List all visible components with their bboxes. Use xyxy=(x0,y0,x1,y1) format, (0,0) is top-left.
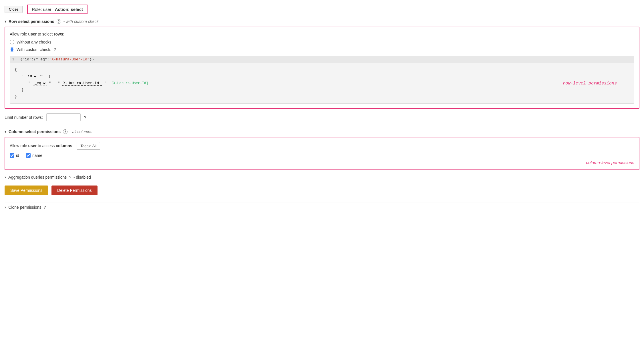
aggregation-help-icon[interactable]: ? xyxy=(69,175,71,179)
radio-custom-input[interactable] xyxy=(10,47,14,52)
code-raw-line: {"id":{"_eq":"X-Hasura-User-Id"}} xyxy=(20,57,94,62)
aggregation-subtitle: - disabled xyxy=(73,175,91,179)
column-name-label: name xyxy=(32,153,42,158)
column-allow-text: Allow role user to access columns: Toggl… xyxy=(10,142,634,150)
radio-without-checks[interactable]: Without any checks xyxy=(10,40,634,44)
clone-chevron[interactable]: › xyxy=(5,205,6,210)
column-name-item[interactable]: name xyxy=(26,153,42,158)
row-radio-group: Without any checks With custom check: ? xyxy=(10,40,634,52)
column-permissions-subtitle: - all columns xyxy=(70,129,92,134)
code-field-row: " id ": { xyxy=(15,73,629,80)
header-bar: Close Role: user Action: select xyxy=(5,5,639,14)
limit-help-icon[interactable]: ? xyxy=(84,115,86,120)
code-close-inner: } xyxy=(15,86,629,93)
column-permissions-section-header: ▾ Column select permissions ? - all colu… xyxy=(5,129,639,134)
aggregation-chevron[interactable]: › xyxy=(5,175,6,180)
close-button[interactable]: Close xyxy=(5,6,23,13)
line-number: 1 xyxy=(12,58,17,62)
aggregation-title: Aggregation queries permissions xyxy=(8,175,67,179)
role-label: Role: user xyxy=(32,7,51,12)
column-id-item[interactable]: id xyxy=(10,153,19,158)
save-permissions-button[interactable]: Save Permissions xyxy=(5,186,48,195)
row-permissions-section-header: ▾ Row select permissions ? - with custom… xyxy=(5,19,639,24)
divider-1 xyxy=(5,126,639,126)
limit-input[interactable] xyxy=(46,113,81,121)
session-var-label: [X-Hasura-User-Id] xyxy=(111,81,148,85)
clone-help-icon[interactable]: ? xyxy=(44,205,46,210)
radio-custom-label: With custom check: xyxy=(17,47,51,52)
code-open-brace: { xyxy=(15,66,629,73)
toggle-all-button[interactable]: Toggle All xyxy=(77,142,100,150)
column-permissions-help-icon[interactable]: ? xyxy=(63,129,67,134)
op-select[interactable]: _eq xyxy=(33,81,47,86)
column-permissions-box: Allow role user to access columns: Toggl… xyxy=(5,137,639,170)
code-visual-wrapper: { " id ": { " _eq ": " " [X-Hasura-User-… xyxy=(10,63,634,103)
column-name-checkbox[interactable] xyxy=(26,153,31,158)
row-permissions-title: Row select permissions xyxy=(9,19,54,24)
code-editor: 1 {"id":{"_eq":"X-Hasura-User-Id"}} { " … xyxy=(10,56,634,104)
column-allow-role: user xyxy=(28,143,37,148)
clone-title: Clone permissions xyxy=(8,205,41,210)
column-id-checkbox[interactable] xyxy=(10,153,14,158)
row-permissions-box: Allow role user to select rows: Without … xyxy=(5,27,639,109)
limit-label: Limit number of rows: xyxy=(5,115,43,120)
radio-without-input[interactable] xyxy=(10,40,14,44)
column-level-permissions-label: column-level permissions xyxy=(10,160,634,165)
row-allow-role: user xyxy=(28,32,37,36)
code-visual-area: { " id ": { " _eq ": " " [X-Hasura-User-… xyxy=(10,63,634,103)
divider-2 xyxy=(5,202,639,202)
action-buttons: Save Permissions Delete Permissions xyxy=(5,186,639,195)
column-allow-target: columns xyxy=(56,143,72,148)
code-op-row: " _eq ": " " [X-Hasura-User-Id] xyxy=(15,80,629,87)
code-line-bar: 1 {"id":{"_eq":"X-Hasura-User-Id"}} xyxy=(10,56,634,63)
code-string-val: "X-Hasura-User-Id" xyxy=(49,57,89,62)
row-allow-target: rows xyxy=(54,32,63,36)
row-permissions-help-icon[interactable]: ? xyxy=(57,19,61,24)
row-permissions-chevron[interactable]: ▾ xyxy=(5,19,6,23)
radio-without-label: Without any checks xyxy=(17,40,51,44)
action-label: Action: select xyxy=(55,7,83,12)
row-permissions-subtitle: - with custom check xyxy=(63,19,99,24)
clone-section: › Clone permissions ? xyxy=(5,205,639,210)
aggregation-section: › Aggregation queries permissions ? - di… xyxy=(5,175,639,180)
row-allow-text: Allow role user to select rows: xyxy=(10,32,634,36)
field-select[interactable]: id xyxy=(26,74,37,79)
custom-check-help-icon[interactable]: ? xyxy=(53,47,56,52)
radio-with-custom[interactable]: With custom check: ? xyxy=(10,47,634,52)
value-input[interactable] xyxy=(62,81,102,86)
limit-row-section: Limit number of rows: ? xyxy=(5,113,639,121)
delete-permissions-button[interactable]: Delete Permissions xyxy=(51,186,98,195)
column-permissions-title: Column select permissions xyxy=(9,129,61,134)
role-action-badge: Role: user Action: select xyxy=(27,5,88,14)
column-id-label: id xyxy=(16,153,19,158)
columns-list: id name xyxy=(10,153,634,158)
code-close-outer: } xyxy=(15,93,629,100)
column-permissions-chevron[interactable]: ▾ xyxy=(5,130,6,134)
